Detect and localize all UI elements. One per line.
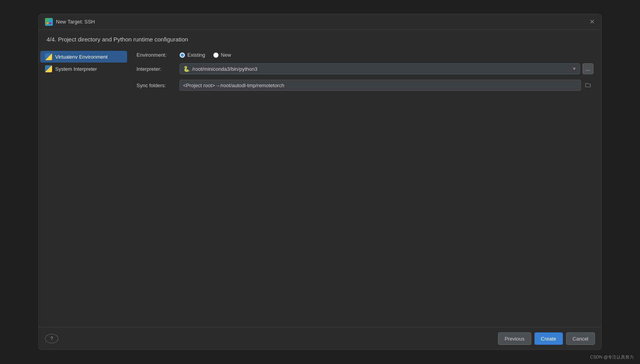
svg-rect-1 xyxy=(49,20,51,22)
svg-rect-3 xyxy=(49,22,51,24)
sidebar: Virtualenv Environment System Interprete… xyxy=(39,47,129,327)
svg-rect-0 xyxy=(47,20,49,22)
radio-new-label: New xyxy=(221,52,231,58)
radio-new-input[interactable] xyxy=(213,52,219,58)
radio-group: Existing New xyxy=(180,52,231,58)
folder-icon xyxy=(585,82,591,88)
interpreter-select[interactable]: 🐍 /root/miniconda3/bin/python3 ▼ xyxy=(180,63,580,74)
sidebar-item-system-interpreter[interactable]: System Interpreter xyxy=(40,63,127,75)
interpreter-path: /root/miniconda3/bin/python3 xyxy=(192,66,569,72)
sync-folders-label: Sync folders: xyxy=(137,82,180,88)
interpreter-label: Interpreter: xyxy=(137,66,180,72)
sidebar-item-virtualenv-label: Virtualenv Environment xyxy=(55,54,108,60)
dialog-header: 4/4. Project directory and Python runtim… xyxy=(39,30,601,47)
sidebar-item-virtualenv[interactable]: Virtualenv Environment xyxy=(40,51,127,63)
interpreter-row: Interpreter: 🐍 /root/miniconda3/bin/pyth… xyxy=(137,63,593,74)
sidebar-item-system-label: System Interpreter xyxy=(55,66,97,72)
dialog-footer: ? Previous Create Cancel xyxy=(39,327,601,350)
python-icon-virtualenv xyxy=(45,53,52,60)
close-button[interactable]: ✕ xyxy=(589,19,595,25)
environment-label: Environment: xyxy=(137,52,180,58)
radio-existing-input[interactable] xyxy=(180,52,185,58)
environment-row: Environment: Existing New xyxy=(137,52,593,58)
app-icon xyxy=(45,18,53,26)
sync-folders-input: <Project root>→/root/autodl-tmp/remoteto… xyxy=(180,80,581,91)
step-label: 4/4. Project directory and Python runtim… xyxy=(47,36,188,43)
radio-new[interactable]: New xyxy=(213,52,231,58)
cancel-button[interactable]: Cancel xyxy=(566,332,595,345)
sync-folders-row: Sync folders: <Project root>→/root/autod… xyxy=(137,80,593,91)
svg-rect-2 xyxy=(47,22,49,24)
interpreter-browse-button[interactable]: ... xyxy=(582,63,593,74)
radio-existing-label: Existing xyxy=(187,52,205,58)
window-title: New Target: SSH xyxy=(56,19,95,25)
help-button[interactable]: ? xyxy=(45,334,58,343)
main-content: Environment: Existing New Interpreter: xyxy=(129,47,601,327)
radio-existing[interactable]: Existing xyxy=(180,52,205,58)
create-button[interactable]: Create xyxy=(534,332,563,345)
select-arrow-icon: ▼ xyxy=(569,66,577,72)
sync-controls: <Project root>→/root/autodl-tmp/remoteto… xyxy=(180,80,593,91)
python-icon-system xyxy=(45,65,52,72)
sync-folders-value: <Project root>→/root/autodl-tmp/remoteto… xyxy=(183,82,284,88)
interpreter-emoji: 🐍 xyxy=(183,66,190,72)
interpreter-controls: 🐍 /root/miniconda3/bin/python3 ▼ ... xyxy=(180,63,593,74)
dialog-body: Virtualenv Environment System Interprete… xyxy=(39,47,601,327)
sync-folder-browse-button[interactable] xyxy=(582,80,593,91)
title-bar: New Target: SSH ✕ xyxy=(39,14,601,30)
interpreter-select-inner: 🐍 /root/miniconda3/bin/python3 xyxy=(183,66,569,72)
watermark: CSDN @专注认真努力 xyxy=(590,354,634,360)
previous-button[interactable]: Previous xyxy=(498,332,531,345)
